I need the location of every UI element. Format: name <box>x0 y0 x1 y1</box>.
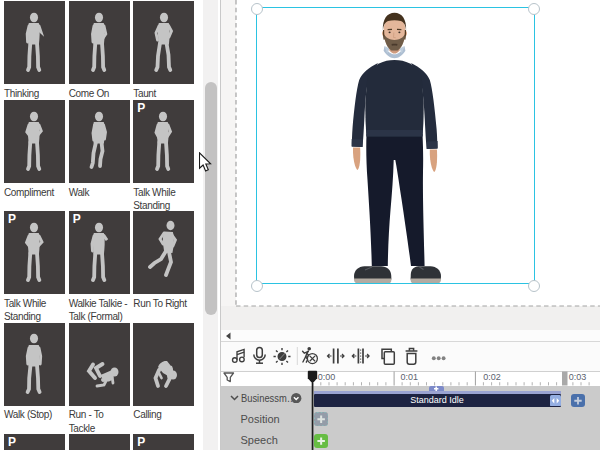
svg-text:0:02: 0:02 <box>483 372 501 382</box>
svg-text:0:01: 0:01 <box>401 372 419 382</box>
svg-text:0:03: 0:03 <box>569 372 587 382</box>
svg-text:0:00: 0:00 <box>318 372 336 382</box>
